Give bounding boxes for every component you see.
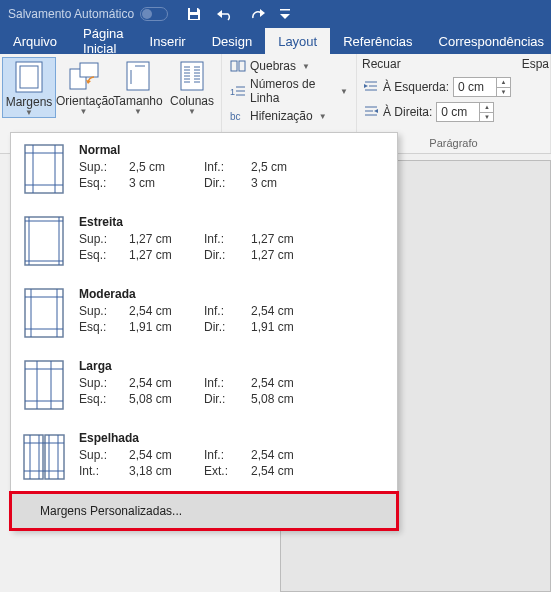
page-icon [23,215,65,267]
tab-layout[interactable]: Layout [265,28,330,54]
indent-left-input[interactable]: 0 cm ▲▼ [453,77,511,97]
svg-rect-24 [239,61,245,71]
columns-button[interactable]: Colunas ▼ [165,57,219,116]
margins-option-larga[interactable]: Larga Sup.:2,54 cmInf.:2,54 cm Esq.:5,08… [11,349,397,421]
size-icon [111,59,165,93]
margins-option-estreita[interactable]: Estreita Sup.:1,27 cmInf.:1,27 cm Esq.:1… [11,205,397,277]
chevron-down-icon: ▼ [111,107,165,116]
custom-margins-button[interactable]: Margens Personalizadas... [12,494,396,528]
spin-down-icon[interactable]: ▼ [497,88,510,97]
svg-rect-0 [190,8,197,12]
qat-more-icon[interactable] [280,8,290,20]
undo-icon[interactable] [216,7,236,21]
svg-rect-41 [25,217,63,265]
size-button[interactable]: Tamanho ▼ [111,57,165,116]
spin-up-icon[interactable]: ▲ [497,78,510,88]
tab-arquivo[interactable]: Arquivo [0,28,70,54]
indent-right-input[interactable]: 0 cm ▲▼ [436,102,494,122]
svg-rect-1 [190,15,198,19]
margins-option-moderada[interactable]: Moderada Sup.:2,54 cmInf.:2,54 cm Esq.:1… [11,277,397,349]
indent-heading: Recuar [362,57,401,71]
orientation-button[interactable]: Orientação ▼ [56,57,111,116]
page-icon [23,287,65,339]
margins-button[interactable]: Margens ▼ [2,57,56,118]
page-mirror-icon [23,431,65,483]
svg-rect-2 [280,9,290,11]
page-icon [23,143,65,195]
orientation-icon [56,59,111,93]
svg-rect-51 [25,361,63,409]
tab-correspondencias[interactable]: Correspondências [426,28,551,54]
svg-text:1: 1 [230,87,235,97]
chevron-down-icon: ▼ [165,107,219,116]
breaks-button[interactable]: Quebras▼ [230,59,348,73]
line-numbers-button[interactable]: 1 Números de Linha▼ [230,77,348,105]
svg-rect-23 [231,61,237,71]
tab-inserir[interactable]: Inserir [137,28,199,54]
margins-icon [3,60,55,94]
margins-option-normal[interactable]: Normal Sup.:2,5 cmInf.:2,5 cm Esq.:3 cmD… [11,133,397,205]
chevron-down-icon: ▼ [319,112,327,121]
autosave-label: Salvamento Automático [8,7,134,21]
tab-design[interactable]: Design [199,28,265,54]
toggle-dot [142,9,152,19]
svg-rect-6 [80,63,98,77]
svg-rect-57 [45,435,64,479]
svg-text:bc: bc [230,111,241,122]
chevron-down-icon: ▼ [56,107,111,116]
tab-referencias[interactable]: Referências [330,28,425,54]
spacing-heading: Espa [522,57,549,71]
margins-option-espelhada[interactable]: Espelhada Sup.:2,54 cmInf.:2,54 cm Int.:… [11,421,397,493]
chevron-down-icon: ▼ [302,62,310,71]
hyphenation-button[interactable]: bc Hifenização▼ [230,109,348,123]
autosave-toggle[interactable] [140,7,168,21]
chevron-down-icon: ▼ [3,108,55,117]
columns-icon [165,59,219,93]
ribbon-tabs: Arquivo Página Inicial Inserir Design La… [0,28,551,54]
spin-down-icon[interactable]: ▼ [480,113,493,122]
indent-left-label: À Esquerda: [383,80,449,94]
indent-left-icon [363,79,379,96]
tab-pagina-inicial[interactable]: Página Inicial [70,28,136,54]
spin-up-icon[interactable]: ▲ [480,103,493,113]
svg-rect-56 [24,435,43,479]
svg-rect-36 [25,145,63,193]
save-icon[interactable] [186,6,202,22]
indent-right-label: À Direita: [383,105,432,119]
title-bar: Salvamento Automático [0,0,551,28]
margins-dropdown: Normal Sup.:2,5 cmInf.:2,5 cm Esq.:3 cmD… [10,132,398,530]
redo-icon[interactable] [250,7,266,21]
page-icon [23,359,65,411]
indent-right-icon [363,104,379,121]
chevron-down-icon: ▼ [340,87,348,96]
